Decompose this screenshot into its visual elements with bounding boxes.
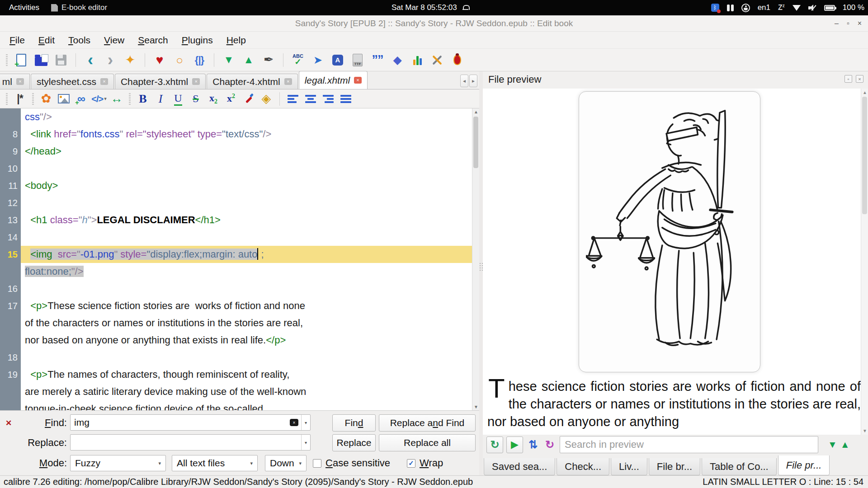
- code-line[interactable]: <p>These science fiction stories are wor…: [21, 297, 472, 314]
- remove-formatting-icon[interactable]: ◈: [259, 91, 274, 107]
- donate-icon[interactable]: ♥: [151, 52, 168, 69]
- editor-scrollbar[interactable]: ▲ ▼: [472, 108, 479, 410]
- subscript-icon[interactable]: x2: [206, 91, 221, 107]
- wifi-icon[interactable]: [793, 5, 801, 11]
- refresh-preview-button[interactable]: ↻: [486, 436, 503, 453]
- code-line[interactable]: [21, 160, 472, 177]
- tab-scroll-right-icon[interactable]: ▸: [469, 75, 477, 87]
- case-sensitive-checkbox[interactable]: Case sensitive: [313, 455, 390, 471]
- scope-combo[interactable]: All text files ▾: [172, 455, 258, 471]
- bold-icon[interactable]: B: [135, 91, 151, 107]
- code-line[interactable]: [21, 349, 472, 366]
- menu-help[interactable]: Help: [220, 33, 253, 47]
- activities-button[interactable]: Activities: [9, 3, 39, 12]
- direction-combo[interactable]: Down ▾: [265, 455, 307, 471]
- mark-position-icon[interactable]: ✦: [122, 52, 139, 69]
- sync-position-icon[interactable]: ⇅: [526, 438, 540, 451]
- code-line[interactable]: </head>: [21, 143, 472, 160]
- code-line[interactable]: of the characters or names or institutio…: [21, 314, 472, 332]
- volume-muted-icon[interactable]: [808, 4, 816, 11]
- format-painter-icon[interactable]: [241, 91, 256, 107]
- edit-comment-icon[interactable]: |*: [12, 91, 28, 107]
- code-line[interactable]: <h1 class="h">LEGAL DISCLAIMER</h1>: [21, 211, 472, 229]
- checkbox-box[interactable]: [313, 459, 321, 468]
- reports-icon[interactable]: [409, 52, 426, 69]
- fix-html-icon[interactable]: ➤: [309, 52, 326, 69]
- replace-all-button[interactable]: Replace all: [379, 434, 476, 451]
- caffeine-icon[interactable]: Zz: [778, 3, 785, 12]
- window-titlebar[interactable]: Sandy's Story [EPUB 2] :: Sandy's Story …: [0, 15, 868, 32]
- go-forward-icon[interactable]: ›: [102, 52, 119, 69]
- insert-image-icon[interactable]: ✿: [38, 91, 54, 107]
- bluetooth-icon[interactable]: ᛒ: [711, 4, 719, 12]
- menu-view[interactable]: View: [97, 33, 131, 47]
- app-menu-button[interactable]: E-book editor: [51, 3, 107, 12]
- tab-close-icon[interactable]: ×: [354, 77, 362, 84]
- panel-tab-file-pr-[interactable]: File pr...: [778, 455, 830, 475]
- align-left-icon[interactable]: [285, 91, 301, 107]
- tab-scroll-left-icon[interactable]: ◂: [460, 75, 468, 87]
- code-line[interactable]: css"/>: [21, 108, 472, 126]
- minimize-button[interactable]: –: [835, 19, 839, 28]
- find-input[interactable]: [74, 415, 287, 430]
- float-panel-icon[interactable]: ▫: [844, 75, 852, 83]
- align-justify-icon[interactable]: [338, 91, 354, 107]
- checkbox-box[interactable]: ✓: [407, 459, 415, 468]
- scrollbar-thumb[interactable]: [473, 117, 478, 168]
- maximize-button[interactable]: ▫: [847, 19, 849, 28]
- code-line[interactable]: <link href="fonts.css" rel="stylesheet" …: [21, 126, 472, 143]
- code-line[interactable]: <body>: [21, 177, 472, 194]
- toolbar-drag-handle[interactable]: [6, 54, 8, 66]
- tab-close-icon[interactable]: ×: [16, 78, 24, 85]
- code-line[interactable]: [21, 280, 472, 297]
- code-line[interactable]: [21, 229, 472, 246]
- reload-icon[interactable]: ↻: [543, 438, 557, 451]
- find-next-icon[interactable]: ▼: [828, 439, 837, 450]
- scroll-up-icon[interactable]: ▲: [472, 109, 479, 114]
- save-book-icon[interactable]: [52, 52, 70, 69]
- toolbar-drag-handle[interactable]: [32, 93, 34, 105]
- find-button[interactable]: Find: [332, 414, 376, 432]
- clear-find-icon[interactable]: ×: [290, 419, 298, 426]
- go-back-icon[interactable]: ‹: [82, 52, 99, 69]
- preview-scrollbar[interactable]: ▲ ▼: [861, 89, 868, 435]
- close-panel-icon[interactable]: ×: [856, 75, 863, 83]
- find-history-dropdown-icon[interactable]: ▾: [301, 415, 310, 430]
- replace-button[interactable]: Replace: [332, 434, 376, 451]
- open-book-icon[interactable]: [33, 52, 50, 69]
- accessibility-icon[interactable]: [741, 4, 750, 12]
- italic-icon[interactable]: I: [153, 91, 168, 107]
- code-line[interactable]: nor based on anyone or anything that exi…: [21, 332, 472, 349]
- translate-icon[interactable]: A: [329, 52, 346, 69]
- underline-icon[interactable]: U: [170, 91, 186, 107]
- panel-tab-check-[interactable]: Check...: [557, 458, 609, 475]
- code-line[interactable]: <p>The names of characters, though remin…: [21, 366, 472, 383]
- smarten-punctuation-icon[interactable]: ””: [369, 52, 386, 69]
- menu-file[interactable]: File: [3, 33, 32, 47]
- code-line[interactable]: float:none;"/>: [21, 263, 472, 280]
- tab-close-icon[interactable]: ×: [192, 78, 200, 85]
- toolbar-drag-handle[interactable]: [6, 93, 8, 105]
- arrange-files-icon[interactable]: {|}: [191, 52, 208, 69]
- scroll-up-icon[interactable]: ▲: [861, 90, 868, 95]
- preview-search-input[interactable]: [560, 436, 818, 453]
- toolbar-drag-handle[interactable]: [129, 93, 131, 105]
- insert-hyperlink-icon[interactable]: ∞+: [74, 91, 89, 107]
- menu-search[interactable]: Search: [131, 33, 175, 47]
- menu-plugins[interactable]: Plugins: [175, 33, 220, 47]
- clock-button[interactable]: Sat Mar 8 05:52:03: [392, 0, 468, 15]
- new-file-icon[interactable]: [13, 52, 30, 69]
- sign-quill-icon[interactable]: ✒: [260, 52, 277, 69]
- menu-edit[interactable]: Edit: [32, 33, 61, 47]
- replace-history-dropdown-icon[interactable]: ▾: [301, 435, 310, 450]
- check-book-icon[interactable]: [448, 52, 466, 69]
- subset-fonts-icon[interactable]: TTF: [349, 52, 366, 69]
- spell-check-icon[interactable]: ABC✓: [289, 52, 307, 69]
- tab-stylesheet-css[interactable]: stylesheet.css×: [31, 74, 114, 89]
- code-line[interactable]: <img src="-01.png" style="display:flex;m…: [21, 246, 472, 263]
- panel-tab-liv-[interactable]: Liv...: [611, 458, 647, 475]
- find-previous-icon[interactable]: ▲: [840, 439, 850, 450]
- superscript-icon[interactable]: x2: [223, 91, 239, 107]
- code-editor[interactable]: 8910111213141516171819 css"/> <link href…: [0, 108, 479, 410]
- panel-tab-saved-sea-[interactable]: Saved sea...: [484, 458, 555, 475]
